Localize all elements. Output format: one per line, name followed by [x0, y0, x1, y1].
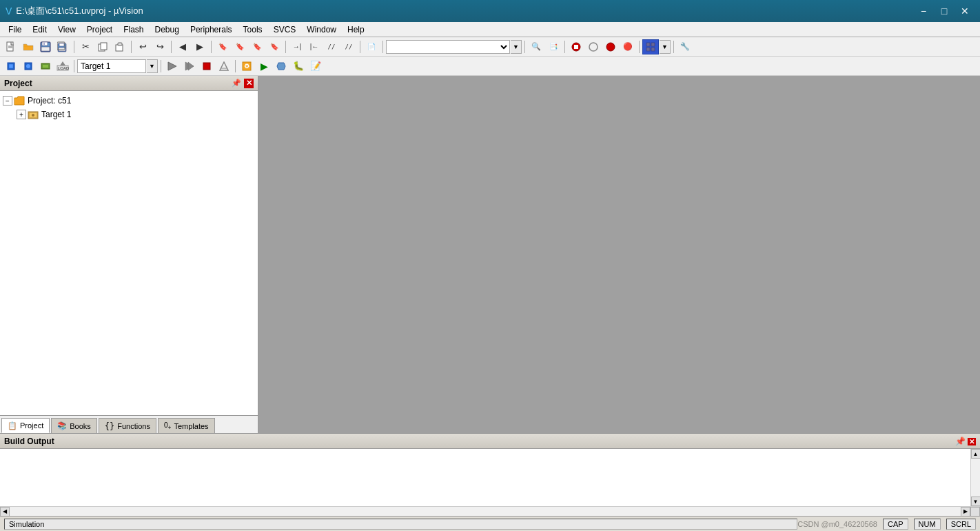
svg-marker-36: [220, 62, 228, 70]
tab-templates[interactable]: 0+ Templates: [158, 418, 215, 433]
menu-file[interactable]: File: [3, 23, 27, 36]
menu-svcs[interactable]: SVCS: [268, 23, 302, 36]
svg-text:⚙: ⚙: [244, 63, 249, 70]
project-expander[interactable]: −: [3, 96, 12, 106]
view-select-dropdown[interactable]: ▼: [660, 40, 671, 54]
minimize-button[interactable]: −: [914, 4, 933, 18]
menu-peripherals[interactable]: Peripherals: [185, 23, 238, 36]
settings-button[interactable]: 🔧: [677, 39, 693, 54]
menu-view[interactable]: View: [52, 23, 81, 36]
paste-button[interactable]: [112, 39, 128, 54]
cut-button[interactable]: ✂: [77, 39, 94, 54]
stop-program-button[interactable]: [273, 59, 289, 74]
corner-box: [970, 507, 980, 517]
copy-button[interactable]: [94, 39, 111, 54]
bookmark2-button[interactable]: 🔖: [232, 39, 248, 54]
project-panel-title: Project: [4, 79, 232, 88]
find-dropdown[interactable]: [386, 40, 510, 54]
debug-red-circle-button[interactable]: [602, 39, 619, 54]
chip-select-3[interactable]: [37, 59, 54, 74]
find-dropdown-btn[interactable]: ▼: [511, 40, 522, 54]
build-output-close-button[interactable]: ✕: [968, 438, 976, 445]
new-file-button[interactable]: [3, 39, 19, 54]
rebuild-all-button[interactable]: [181, 59, 198, 74]
main-editor-area: [258, 76, 980, 433]
bookmark3-button[interactable]: 🔖: [249, 39, 265, 54]
bookmark4-button[interactable]: 🔖: [266, 39, 283, 54]
chip-select-1[interactable]: [3, 59, 19, 74]
project-icon: [14, 95, 25, 106]
run-program-button[interactable]: ▶: [256, 59, 272, 74]
tree-item-target[interactable]: + Target 1: [3, 108, 255, 121]
view-source-button[interactable]: 📝: [307, 59, 324, 74]
save-all-button[interactable]: [54, 39, 71, 54]
scroll-up-arrow[interactable]: ▲: [971, 449, 981, 459]
maximize-button[interactable]: □: [935, 4, 954, 18]
svg-marker-31: [60, 61, 65, 66]
nav-fwd-button[interactable]: ▶: [192, 39, 208, 54]
open-file-button[interactable]: [20, 39, 37, 54]
view-select-button[interactable]: [642, 39, 659, 54]
scroll-right-arrow[interactable]: ▶: [961, 507, 970, 517]
panel-close-button[interactable]: ✕: [244, 79, 254, 88]
stop-build-button[interactable]: [198, 59, 215, 74]
start-debug-button[interactable]: 🐛: [290, 59, 307, 74]
build-target-button[interactable]: [164, 59, 181, 74]
tab-functions[interactable]: {} Functions: [99, 418, 156, 433]
chip-select-2[interactable]: [20, 59, 37, 74]
svg-rect-24: [9, 64, 13, 68]
window-controls: − □ ✕: [914, 4, 974, 18]
target-label: Target 1: [41, 110, 71, 119]
menu-edit[interactable]: Edit: [27, 23, 52, 36]
debug-stop-button[interactable]: [568, 39, 584, 54]
toolbar-sep-10: [639, 41, 640, 53]
toolbar-sep-3: [171, 41, 172, 53]
open-document-button[interactable]: 📄: [363, 39, 380, 54]
menu-debug[interactable]: Debug: [150, 23, 185, 36]
svg-rect-20: [651, 43, 655, 46]
tab-project[interactable]: 📋 Project: [1, 418, 50, 433]
find-in-files-button[interactable]: 📑: [545, 39, 562, 54]
indent-button[interactable]: →|: [289, 39, 305, 54]
find-button[interactable]: 🔍: [528, 39, 544, 54]
svg-rect-5: [43, 42, 45, 45]
tab-templates-icon: 0+: [164, 421, 171, 431]
status-left: Simulation: [4, 519, 797, 530]
menu-tools[interactable]: Tools: [238, 23, 268, 36]
target-expander[interactable]: +: [17, 110, 26, 119]
menu-help[interactable]: Help: [342, 23, 370, 36]
debug-circle-button[interactable]: [585, 39, 602, 54]
menu-window[interactable]: Window: [301, 23, 342, 36]
uncomment-button[interactable]: //: [340, 39, 357, 54]
title-bar: V E:\桌面\c51\c51.uvproj - µVision − □ ✕: [0, 0, 980, 22]
redo-button[interactable]: ↪: [152, 39, 168, 54]
scroll-down-arrow[interactable]: ▼: [971, 497, 981, 506]
scroll-left-arrow[interactable]: ◀: [0, 507, 10, 517]
comment-button[interactable]: //: [323, 39, 340, 54]
target-dropdown-button[interactable]: ▼: [147, 59, 158, 73]
toolbar-sep-6: [360, 41, 360, 53]
debug-reset-button[interactable]: 🔴: [620, 39, 636, 54]
target-name-input[interactable]: [77, 59, 146, 73]
load-button[interactable]: LOAD: [54, 59, 71, 74]
bookmark1-button[interactable]: 🔖: [214, 39, 231, 54]
outdent-button[interactable]: |←: [306, 39, 323, 54]
nav-back-button[interactable]: ◀: [174, 39, 191, 54]
target-options-button[interactable]: ⚙: [238, 59, 255, 74]
tree-item-project[interactable]: − Project: c51: [3, 94, 255, 108]
build-output-h-scrollbar: ◀ ▶: [0, 506, 980, 516]
panel-pin-icon[interactable]: 📌: [232, 79, 241, 88]
menu-project[interactable]: Project: [81, 23, 118, 36]
save-button[interactable]: [37, 39, 54, 54]
svg-marker-40: [277, 63, 285, 70]
tab-books[interactable]: 📚 Books: [51, 418, 97, 433]
translate-button[interactable]: [216, 59, 232, 74]
build-output-scrollbar: ▲ ▼: [970, 449, 980, 506]
close-button[interactable]: ✕: [955, 4, 974, 18]
svg-text:LOAD: LOAD: [58, 66, 69, 70]
svg-rect-16: [574, 45, 578, 49]
build-output-pin-icon[interactable]: 📌: [955, 437, 966, 446]
undo-button[interactable]: ↩: [134, 39, 151, 54]
svg-rect-19: [646, 43, 650, 46]
menu-flash[interactable]: Flash: [118, 23, 149, 36]
